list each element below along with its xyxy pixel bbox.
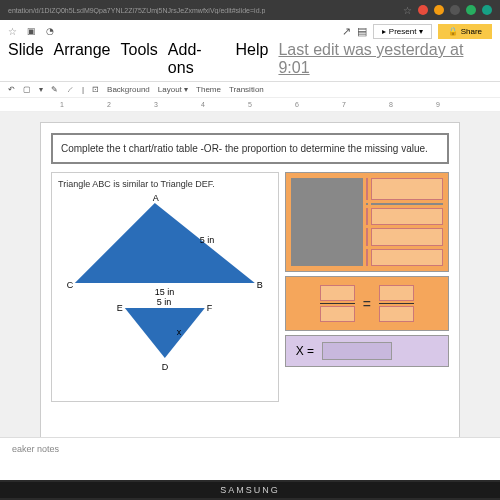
frac-right-den[interactable] — [379, 306, 414, 322]
similarity-statement: Triangle ABC is similar to Triangle DEF. — [58, 179, 272, 189]
label-f: F — [207, 303, 213, 313]
zoom-icon[interactable]: ⟋ — [66, 85, 74, 94]
slide-canvas-area[interactable]: Complete the t chart/ratio table -OR- th… — [0, 112, 500, 452]
ext-icon-2[interactable] — [434, 5, 444, 15]
frac-right-num[interactable] — [379, 285, 414, 301]
menu-tools[interactable]: Tools — [121, 41, 158, 77]
slides-app-window: ☆ ▣ ◔ ↗ ▤ ▸ Present ▾ 🔒 Share Slide Arra… — [0, 20, 500, 480]
measure-x: x — [177, 327, 182, 337]
frac-left-num[interactable] — [320, 285, 355, 301]
undo-icon[interactable]: ↶ — [8, 85, 15, 94]
ratio-cell-br1[interactable] — [371, 208, 443, 225]
ratio-cell-bl1[interactable] — [366, 208, 368, 225]
speaker-notes-area[interactable]: eaker notes — [0, 437, 500, 460]
present-button[interactable]: ▸ Present ▾ — [373, 24, 433, 39]
toolbar-background[interactable]: Background — [107, 85, 150, 94]
menu-bar: ☆ ▣ ◔ — [8, 26, 54, 37]
ratio-cell-bl2[interactable] — [366, 228, 368, 245]
triangle-diagram-panel[interactable]: Triangle ABC is similar to Triangle DEF.… — [51, 172, 279, 402]
ext-icon-5[interactable] — [482, 5, 492, 15]
print-icon[interactable]: ▾ — [39, 85, 43, 94]
proportion-box[interactable]: = — [285, 276, 449, 331]
work-area-panel: = X = — [285, 172, 449, 402]
toolbar: ↶ ▢ ▾ ✎ ⟋ | ⊡ Background Layout ▾ Theme … — [0, 82, 500, 98]
share-button[interactable]: 🔒 Share — [438, 24, 492, 39]
browser-address-bar: entation/d/1DiZQ0h5LsdM9Qpa7YNL2Zi75ZUmj… — [0, 0, 500, 20]
ratio-horizontal-divider-2 — [371, 203, 443, 205]
equals-sign: = — [363, 296, 371, 312]
browser-extension-icons: ☆ — [403, 5, 492, 16]
ratio-cell-tl[interactable] — [366, 178, 368, 200]
frac-left-den[interactable] — [320, 306, 355, 322]
answer-box[interactable]: X = — [285, 335, 449, 367]
trend-icon[interactable]: ↗ — [342, 25, 351, 38]
label-a: A — [153, 193, 159, 203]
ratio-cell-tr[interactable] — [371, 178, 443, 200]
textbox-icon[interactable]: ⊡ — [92, 85, 99, 94]
menu-arrange[interactable]: Arrange — [54, 41, 111, 77]
label-e: E — [117, 303, 123, 313]
url-text: entation/d/1DiZQ0h5LsdM9Qpa7YNL2Zi75ZUmj… — [8, 7, 265, 14]
fraction-left — [320, 285, 355, 322]
ratio-cell-br3[interactable] — [371, 249, 443, 266]
toolbar-theme[interactable]: Theme — [196, 85, 221, 94]
paint-icon[interactable]: ✎ — [51, 85, 58, 94]
label-b: B — [257, 280, 263, 290]
menu-help[interactable]: Help — [236, 41, 269, 77]
drive-icon[interactable]: ◔ — [46, 26, 54, 37]
toolbar-layout[interactable]: Layout ▾ — [158, 85, 188, 94]
fraction-right — [379, 285, 414, 322]
triangles-svg: A C B 5 in 15 in E F D 5 in x — [58, 193, 272, 373]
cloud-icon[interactable]: ▣ — [27, 26, 36, 37]
ext-icon-4[interactable] — [466, 5, 476, 15]
last-edit-text[interactable]: Last edit was yesterday at 9:01 — [278, 41, 492, 77]
measure-cb: 15 in — [155, 287, 175, 297]
ratio-cell-br2[interactable] — [371, 228, 443, 245]
ratio-t-chart[interactable] — [285, 172, 449, 272]
slide-content[interactable]: Complete the t chart/ratio table -OR- th… — [40, 122, 460, 442]
label-c: C — [67, 280, 74, 290]
triangle-def — [125, 308, 205, 358]
laptop-brand-label: SAMSUNG — [0, 482, 500, 498]
menu-addons[interactable]: Add-ons — [168, 41, 226, 77]
redo-icon[interactable]: ▢ — [23, 85, 31, 94]
doc-star-icon[interactable]: ☆ — [8, 26, 17, 37]
measure-ab: 5 in — [200, 235, 215, 245]
x-equals-label: X = — [296, 344, 314, 358]
instruction-text[interactable]: Complete the t chart/ratio table -OR- th… — [51, 133, 449, 164]
comment-icon[interactable]: ▤ — [357, 25, 367, 38]
triangle-abc — [75, 203, 255, 283]
measure-ef: 5 in — [157, 297, 172, 307]
bookmark-star-icon[interactable]: ☆ — [403, 5, 412, 16]
ratio-cell-bl3[interactable] — [366, 249, 368, 266]
answer-input-field[interactable] — [322, 342, 392, 360]
menu-slide[interactable]: Slide — [8, 41, 44, 77]
label-d: D — [162, 362, 169, 372]
ext-icon-3[interactable] — [450, 5, 460, 15]
ext-icon-1[interactable] — [418, 5, 428, 15]
app-header: ☆ ▣ ◔ ↗ ▤ ▸ Present ▾ 🔒 Share Slide Arra… — [0, 20, 500, 82]
horizontal-ruler: 1 2 3 4 5 6 7 8 9 — [0, 98, 500, 112]
toolbar-transition[interactable]: Transition — [229, 85, 264, 94]
ratio-vertical-divider — [291, 178, 363, 266]
ratio-horizontal-divider — [366, 203, 368, 205]
